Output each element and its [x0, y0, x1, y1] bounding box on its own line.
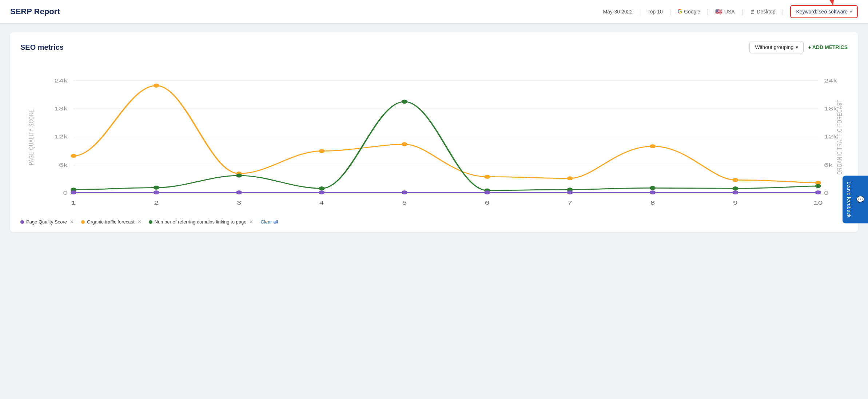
add-metrics-label: + ADD METRICS	[808, 44, 848, 50]
feedback-tab[interactable]: 💬 Leave feedback	[843, 176, 868, 223]
grouping-button[interactable]: Without grouping ▾	[749, 41, 804, 53]
legend-rd-remove[interactable]: ✕	[249, 219, 253, 225]
svg-text:6k: 6k	[824, 161, 833, 168]
country-label: 🇺🇸 USA	[715, 8, 735, 15]
svg-text:18k: 18k	[54, 105, 68, 112]
chart-card: SEO metrics Without grouping ▾ + ADD MET…	[10, 32, 858, 232]
clear-all-link[interactable]: Clear all	[260, 219, 278, 225]
header-meta: May-30 2022 | Top 10 | G Google | 🇺🇸 USA…	[603, 5, 858, 18]
svg-text:9: 9	[733, 199, 738, 206]
legend-otf: Organic traffic forecast ✕	[81, 219, 142, 225]
svg-point-33	[484, 175, 490, 179]
separator-2: |	[669, 8, 671, 16]
svg-point-45	[650, 186, 656, 190]
grouping-chevron: ▾	[796, 44, 798, 50]
svg-point-40	[236, 174, 242, 178]
svg-text:8: 8	[650, 199, 655, 206]
svg-point-31	[319, 149, 324, 153]
svg-text:24k: 24k	[824, 77, 837, 84]
chart-wrapper: 0 6k 12k 18k 24k 0 6k 12k 18k 24k PAGE Q…	[20, 61, 848, 213]
svg-point-49	[71, 190, 76, 194]
google-icon: G	[678, 8, 682, 15]
svg-text:PAGE QUALITY SCORE: PAGE QUALITY SCORE	[27, 109, 35, 165]
svg-text:1: 1	[71, 199, 76, 206]
keyword-button[interactable]: Keyword: seo software ▾	[790, 5, 858, 18]
svg-point-32	[402, 142, 407, 146]
legend-rd-dot	[149, 220, 152, 224]
svg-point-47	[815, 184, 821, 188]
svg-text:ORGANIC TRAFFIC FORECAST: ORGANIC TRAFFIC FORECAST	[836, 99, 843, 174]
main-content: SEO metrics Without grouping ▾ + ADD MET…	[0, 24, 868, 241]
svg-point-39	[153, 186, 159, 190]
monitor-icon: 🖥	[749, 9, 755, 15]
legend-rd: Number of referring domains linking to p…	[149, 219, 254, 225]
keyword-label: Keyword: seo software	[796, 9, 848, 15]
chart-controls: Without grouping ▾ + ADD METRICS	[749, 41, 848, 53]
grouping-label: Without grouping	[755, 44, 793, 50]
svg-point-56	[650, 190, 656, 194]
top-label: Top 10	[648, 9, 663, 15]
svg-point-54	[484, 190, 490, 194]
svg-point-51	[236, 190, 242, 194]
svg-point-34	[567, 176, 573, 180]
keyword-chevron: ▾	[850, 9, 852, 14]
legend-pqs-label: Page Quality Score	[26, 219, 67, 225]
legend-otf-label: Organic traffic forecast	[87, 219, 135, 225]
separator-3: |	[707, 8, 709, 16]
svg-text:0: 0	[824, 190, 829, 196]
app-title: SERP Report	[10, 7, 603, 16]
date-label: May-30 2022	[603, 9, 633, 15]
svg-text:4: 4	[319, 199, 324, 206]
svg-point-52	[319, 190, 324, 194]
separator-1: |	[639, 8, 641, 16]
svg-point-50	[153, 190, 159, 194]
legend-pqs-remove[interactable]: ✕	[70, 219, 74, 225]
device-label: 🖥 Desktop	[749, 9, 775, 15]
svg-text:6k: 6k	[59, 161, 68, 168]
feedback-label: Leave feedback	[846, 182, 852, 218]
chart-header: SEO metrics Without grouping ▾ + ADD MET…	[20, 41, 848, 53]
svg-text:10: 10	[813, 199, 823, 206]
svg-point-53	[402, 190, 407, 194]
legend-otf-dot	[81, 220, 85, 224]
svg-text:0: 0	[63, 190, 68, 196]
chart-svg: 0 6k 12k 18k 24k 0 6k 12k 18k 24k PAGE Q…	[20, 61, 848, 213]
chat-icon: 💬	[856, 196, 864, 203]
legend-rd-label: Number of referring domains linking to p…	[155, 219, 247, 225]
svg-text:24k: 24k	[54, 77, 68, 84]
svg-text:5: 5	[402, 199, 407, 206]
header: SERP Report May-30 2022 | Top 10 | G Goo…	[0, 0, 868, 24]
svg-text:3: 3	[237, 199, 242, 206]
search-engine-label: G Google	[678, 8, 701, 15]
legend-pqs: Page Quality Score ✕	[20, 219, 74, 225]
svg-point-35	[650, 144, 656, 148]
separator-4: |	[741, 8, 743, 16]
add-metrics-button[interactable]: + ADD METRICS	[808, 44, 848, 50]
svg-point-41	[319, 186, 324, 190]
flag-icon: 🇺🇸	[715, 8, 722, 15]
keyword-container: Keyword: seo software ▾	[790, 5, 858, 18]
svg-point-58	[815, 190, 821, 194]
svg-point-36	[732, 178, 738, 182]
svg-text:6: 6	[485, 199, 490, 206]
legend-pqs-dot	[20, 220, 24, 224]
legend-otf-remove[interactable]: ✕	[138, 219, 142, 225]
svg-point-42	[402, 100, 407, 104]
svg-point-57	[732, 190, 738, 194]
svg-point-29	[153, 84, 159, 88]
separator-5: |	[782, 8, 784, 16]
svg-point-46	[732, 186, 738, 190]
chart-title: SEO metrics	[20, 43, 64, 52]
svg-text:7: 7	[568, 199, 572, 206]
svg-point-55	[567, 190, 573, 194]
svg-text:12k: 12k	[54, 133, 68, 140]
chart-legend: Page Quality Score ✕ Organic traffic for…	[20, 219, 848, 225]
svg-point-28	[71, 154, 76, 158]
svg-text:2: 2	[154, 199, 159, 206]
